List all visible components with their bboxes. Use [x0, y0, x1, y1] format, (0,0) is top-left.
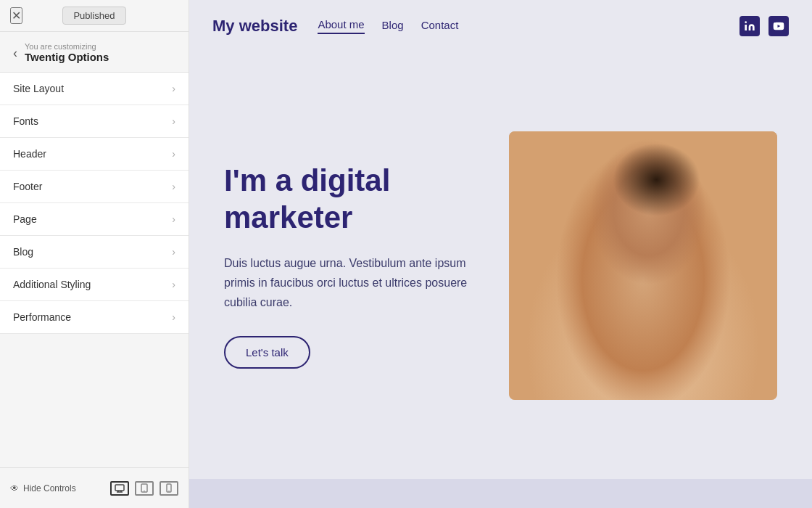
preview-panel: My website About meBlogContact I'm a dig…: [189, 0, 812, 508]
hero-heading: I'm a digital marketer: [224, 163, 480, 236]
sidebar-item-label-fonts: Fonts: [13, 115, 38, 127]
hide-controls-button[interactable]: 👁 Hide Controls: [10, 483, 76, 493]
nav-social: [740, 16, 789, 36]
sidebar-item-site-layout[interactable]: Site Layout›: [0, 73, 188, 105]
chevron-right-icon: ›: [172, 181, 175, 192]
sidebar: ✕ Published ‹ You are customizing Twenti…: [0, 0, 189, 508]
chevron-right-icon: ›: [172, 83, 175, 94]
nav-link-contact[interactable]: Contact: [421, 19, 459, 33]
sidebar-header: ‹ You are customizing Twentig Options: [0, 32, 188, 73]
sidebar-item-label-site-layout: Site Layout: [13, 83, 64, 94]
footer-icons: [110, 481, 178, 496]
hero-section: I'm a digital marketer Duis luctus augue…: [189, 52, 812, 479]
svg-point-7: [168, 491, 169, 491]
chevron-right-icon: ›: [172, 279, 175, 290]
svg-point-5: [144, 491, 145, 492]
sidebar-item-additional-styling[interactable]: Additional Styling›: [0, 269, 188, 301]
sidebar-top-bar: ✕ Published: [0, 0, 188, 32]
sidebar-item-label-header: Header: [13, 148, 46, 160]
chevron-right-icon: ›: [172, 213, 175, 225]
hero-image: [509, 131, 777, 400]
sidebar-item-performance[interactable]: Performance›: [0, 301, 188, 334]
chevron-right-icon: ›: [172, 115, 175, 127]
chevron-right-icon: ›: [172, 246, 175, 258]
nav-link-blog[interactable]: Blog: [382, 19, 404, 33]
tablet-view-button[interactable]: [135, 481, 154, 496]
sidebar-item-blog[interactable]: Blog›: [0, 236, 188, 269]
sidebar-footer: 👁 Hide Controls: [0, 467, 188, 508]
sidebar-item-header[interactable]: Header›: [0, 138, 188, 171]
sidebar-item-footer[interactable]: Footer›: [0, 171, 188, 203]
customizing-block: You are customizing Twentig Options: [25, 42, 109, 63]
linkedin-icon[interactable]: [740, 16, 760, 36]
hero-image-visual: [509, 131, 777, 400]
youtube-icon[interactable]: [768, 16, 789, 36]
sidebar-item-label-additional-styling: Additional Styling: [13, 279, 91, 290]
back-button[interactable]: ‹: [13, 46, 17, 60]
sidebar-item-label-page: Page: [13, 213, 37, 225]
eye-icon: 👁: [10, 483, 19, 493]
nav-link-about[interactable]: About me: [318, 18, 364, 34]
sidebar-item-label-footer: Footer: [13, 181, 42, 192]
desktop-view-button[interactable]: [110, 481, 129, 496]
hide-controls-label: Hide Controls: [23, 483, 76, 493]
hero-text: I'm a digital marketer Duis luctus augue…: [224, 163, 480, 368]
menu-list: Site Layout›Fonts›Header›Footer›Page›Blo…: [0, 73, 188, 467]
chevron-right-icon: ›: [172, 311, 175, 323]
chevron-right-icon: ›: [172, 148, 175, 160]
svg-point-8: [745, 21, 747, 23]
svg-rect-0: [115, 485, 124, 491]
cta-button[interactable]: Let's talk: [224, 336, 310, 369]
hero-body: Duis luctus augue urna. Vestibulum ante …: [224, 253, 480, 313]
mobile-view-button[interactable]: [160, 481, 178, 496]
preview-bottom-bar: [189, 479, 812, 508]
site-title: My website: [212, 17, 297, 36]
sidebar-item-page[interactable]: Page›: [0, 203, 188, 236]
sidebar-item-fonts[interactable]: Fonts›: [0, 105, 188, 138]
preview-nav: My website About meBlogContact: [189, 0, 812, 52]
close-button[interactable]: ✕: [10, 7, 22, 24]
sidebar-item-label-performance: Performance: [13, 311, 71, 323]
sidebar-item-label-blog: Blog: [13, 246, 33, 258]
published-button[interactable]: Published: [62, 7, 125, 25]
nav-links: About meBlogContact: [318, 18, 458, 34]
customizing-title: Twentig Options: [25, 51, 109, 63]
customizing-label: You are customizing: [25, 42, 109, 51]
